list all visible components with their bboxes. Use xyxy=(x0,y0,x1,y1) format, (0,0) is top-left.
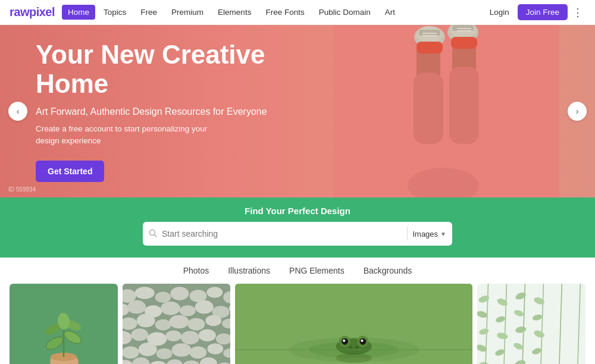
search-section: Find Your Perfect Design Images ▼ xyxy=(0,197,595,258)
search-type-label: Images xyxy=(412,230,438,239)
image-card-stones[interactable] xyxy=(123,284,231,364)
svg-point-67 xyxy=(207,343,223,354)
svg-rect-10 xyxy=(452,25,474,31)
nav-free[interactable]: Free xyxy=(134,5,163,20)
svg-point-58 xyxy=(181,331,199,344)
svg-point-63 xyxy=(138,343,156,356)
get-started-button[interactable]: Get Started xyxy=(36,161,104,182)
image-card-frog[interactable] xyxy=(235,284,472,364)
svg-point-89 xyxy=(336,353,372,363)
svg-point-87 xyxy=(356,346,359,349)
logo[interactable]: rawpixel xyxy=(10,5,55,19)
svg-rect-90 xyxy=(477,284,585,364)
tab-backgrounds[interactable]: Backgrounds xyxy=(364,266,412,277)
svg-point-64 xyxy=(156,348,172,359)
image-card-plant[interactable] xyxy=(10,284,118,364)
nav-premium[interactable]: Premium xyxy=(165,5,209,20)
chevron-left-icon: ‹ xyxy=(17,106,20,116)
svg-point-42 xyxy=(160,302,180,315)
svg-point-49 xyxy=(155,319,171,331)
svg-rect-11 xyxy=(416,42,443,54)
navbar: rawpixel Home Topics Free Premium Elemen… xyxy=(0,0,595,25)
image-grid xyxy=(0,284,595,364)
svg-point-62 xyxy=(123,346,139,359)
nav-elements[interactable]: Elements xyxy=(212,5,257,20)
category-tabs: Photos Illustrations PNG Elements Backgr… xyxy=(0,258,595,284)
tab-photos[interactable]: Photos xyxy=(183,266,209,277)
search-icon xyxy=(149,229,157,239)
svg-point-66 xyxy=(189,346,206,359)
svg-point-84 xyxy=(343,340,345,342)
svg-point-44 xyxy=(195,300,213,314)
search-divider xyxy=(407,227,408,240)
search-bar: Images ▼ xyxy=(143,222,452,246)
login-button[interactable]: Login xyxy=(484,5,515,20)
hero-title: Your New Creative Home xyxy=(36,40,286,98)
svg-point-40 xyxy=(127,300,146,314)
svg-point-43 xyxy=(179,305,195,316)
svg-point-34 xyxy=(155,291,171,303)
svg-point-57 xyxy=(165,330,181,341)
nav-free-fonts[interactable]: Free Fonts xyxy=(259,5,310,20)
hero-prev-button[interactable]: ‹ xyxy=(8,102,27,121)
svg-line-19 xyxy=(155,234,157,237)
search-input[interactable] xyxy=(162,229,402,239)
svg-point-50 xyxy=(169,315,189,329)
logo-black: raw xyxy=(10,5,29,18)
svg-point-59 xyxy=(198,329,215,341)
svg-point-33 xyxy=(134,287,154,299)
svg-rect-4 xyxy=(449,67,479,144)
hero-subtitle: Art Forward, Authentic Design Resources … xyxy=(36,106,286,117)
tab-png-elements[interactable]: PNG Elements xyxy=(289,266,345,277)
hero-content: Your New Creative Home Art Forward, Auth… xyxy=(0,40,286,181)
more-menu-icon[interactable]: ⋮ xyxy=(570,6,585,19)
svg-point-85 xyxy=(361,340,363,342)
svg-point-48 xyxy=(136,314,155,328)
svg-rect-7 xyxy=(419,30,440,36)
nav-art[interactable]: Art xyxy=(379,5,401,20)
svg-rect-12 xyxy=(451,37,477,49)
svg-point-51 xyxy=(187,318,205,331)
logo-purple: pixel xyxy=(29,5,55,18)
hero-id: ID 559934 xyxy=(8,186,36,193)
chevron-down-icon: ▼ xyxy=(440,231,446,237)
hero-description: Create a free account to start personali… xyxy=(36,123,286,148)
svg-point-35 xyxy=(170,287,189,300)
hero-banner: Your New Creative Home Art Forward, Auth… xyxy=(0,25,595,197)
search-type-dropdown[interactable]: Images ▼ xyxy=(412,230,446,239)
hero-image xyxy=(333,25,559,197)
svg-point-86 xyxy=(349,346,352,349)
svg-point-65 xyxy=(171,343,191,357)
svg-point-52 xyxy=(205,315,221,327)
tab-illustrations[interactable]: Illustrations xyxy=(228,266,270,277)
search-heading: Find Your Perfect Design xyxy=(0,206,595,216)
nav-public-domain[interactable]: Public Domain xyxy=(313,5,377,20)
nav-topics[interactable]: Topics xyxy=(98,5,132,20)
svg-point-36 xyxy=(189,290,206,302)
image-card-vines[interactable] xyxy=(477,284,585,364)
chevron-right-icon: › xyxy=(576,106,579,116)
hero-next-button[interactable]: › xyxy=(568,102,587,121)
svg-rect-3 xyxy=(414,73,443,144)
svg-point-55 xyxy=(131,328,148,341)
join-free-button[interactable]: Join Free xyxy=(518,4,568,20)
svg-point-37 xyxy=(206,287,223,298)
nav-home[interactable]: Home xyxy=(62,5,95,20)
